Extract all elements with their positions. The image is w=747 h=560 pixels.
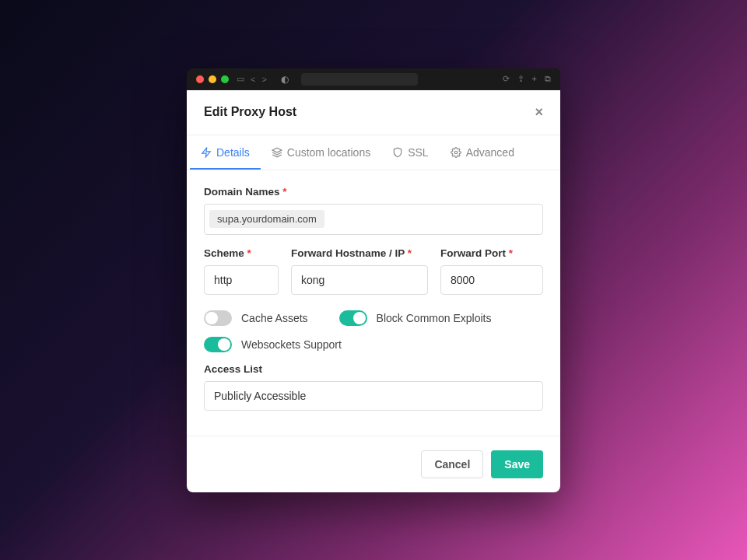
switch[interactable] [204,310,232,326]
port-label: Forward Port * [440,247,543,259]
modal-tabs: Details Custom locations SSL Advanced [187,135,560,170]
hostname-label: Forward Hostname / IP * [291,247,428,259]
domain-chip[interactable]: supa.yourdomain.com [209,210,324,228]
tab-details[interactable]: Details [190,135,261,170]
titlebar-actions: ⟳ ⇪ + ⧉ [503,74,551,84]
access-list-select[interactable]: Publicly Accessible [204,381,543,411]
forward-icon[interactable]: > [261,75,266,84]
shield-icon [392,147,403,158]
scheme-select[interactable] [204,265,279,295]
tabs-icon[interactable]: ⧉ [545,74,551,84]
close-window-icon[interactable] [196,75,204,83]
close-icon[interactable]: × [535,104,543,121]
cache-assets-toggle[interactable]: Cache Assets [204,310,308,326]
modal-footer: Cancel Save [187,436,560,492]
tab-advanced[interactable]: Advanced [440,135,525,170]
tab-label: SSL [408,146,428,159]
svg-point-0 [454,151,458,154]
tab-label: Advanced [466,146,514,159]
traffic-lights [196,75,229,83]
reload-icon[interactable]: ⟳ [503,74,510,84]
modal-body: Domain Names * supa.yourdomain.com Schem… [187,170,560,417]
share-icon[interactable]: ⇪ [517,74,524,84]
toggle-label: Block Common Exploits [377,312,492,324]
modal-title: Edit Proxy Host [204,105,296,119]
toggle-label: Cache Assets [241,312,308,324]
port-input[interactable] [440,265,543,295]
bolt-icon [201,147,212,158]
modal-header: Edit Proxy Host × [187,90,560,135]
minimize-window-icon[interactable] [209,75,216,83]
websockets-toggle[interactable]: Websockets Support [204,337,342,352]
tab-ssl[interactable]: SSL [381,135,439,170]
privacy-shield-icon[interactable]: ◐ [281,74,289,85]
tab-label: Custom locations [287,146,370,159]
sidebar-toggle-icon[interactable]: ▭ [237,74,244,84]
domain-names-label: Domain Names * [204,186,543,198]
scheme-label: Scheme * [204,247,279,259]
toggle-label: Websockets Support [241,338,342,351]
domain-names-input[interactable]: supa.yourdomain.com [204,204,543,235]
url-bar[interactable] [301,73,418,86]
new-tab-icon[interactable]: + [532,74,537,84]
switch[interactable] [339,310,367,326]
titlebar: ▭ < > ◐ ⟳ ⇪ + ⧉ [187,68,560,90]
tab-custom-locations[interactable]: Custom locations [261,135,381,170]
required-mark: * [282,186,286,198]
block-exploits-toggle[interactable]: Block Common Exploits [339,310,492,326]
gear-icon [451,147,461,158]
tab-label: Details [216,146,250,159]
titlebar-nav: ▭ < > [237,74,267,84]
edit-proxy-host-modal: Edit Proxy Host × Details Custom locatio… [187,90,560,492]
layers-icon [272,147,282,158]
maximize-window-icon[interactable] [221,75,229,83]
access-list-label: Access List [204,363,543,375]
back-icon[interactable]: < [251,75,255,84]
hostname-input[interactable] [291,265,428,295]
switch[interactable] [204,337,232,352]
app-window: ▭ < > ◐ ⟳ ⇪ + ⧉ Edit Proxy Host × Detail… [187,68,560,492]
save-button[interactable]: Save [491,450,543,478]
cancel-button[interactable]: Cancel [421,450,483,478]
